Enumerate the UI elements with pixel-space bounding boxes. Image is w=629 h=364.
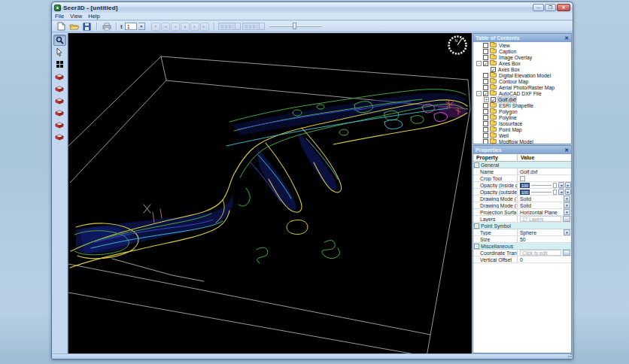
frame-number-input[interactable]: 1 <box>125 23 137 30</box>
viewport-3d[interactable]: N <box>68 33 473 356</box>
dropdown-button[interactable]: ▼ <box>564 209 570 215</box>
tree-checkbox[interactable] <box>483 85 488 90</box>
tree-checkbox[interactable] <box>483 79 488 84</box>
property-row-projection-surfa[interactable]: Projection SurfaHorizontal Plane▼ <box>473 209 571 216</box>
tree-checkbox[interactable] <box>483 49 488 54</box>
toc-item-polyline[interactable]: Polyline <box>473 114 571 120</box>
opacity-decrease-button[interactable]: ◄ <box>558 189 564 195</box>
toc-item-image-overlay[interactable]: Image Overlay <box>473 54 571 60</box>
toc-item-axes-box[interactable]: ✓Axes Box <box>473 66 571 72</box>
value-checkbox[interactable] <box>520 176 525 181</box>
property-value[interactable]: 100◄► <box>518 189 571 195</box>
property-value[interactable]: Solid▼ <box>518 202 571 208</box>
tree-checkbox[interactable] <box>483 109 488 114</box>
ellipsis-button[interactable]: … <box>563 250 570 256</box>
opacity-value[interactable]: 100 <box>520 190 530 195</box>
toc-item-golf-dxf[interactable]: +✓Golf.dxf <box>473 96 571 102</box>
tree-expander-icon[interactable]: - <box>476 91 482 96</box>
toc-item-esri-shapefile[interactable]: ESRI Shapefile <box>473 102 571 108</box>
toc-item-point-map[interactable]: Point Map <box>473 126 571 132</box>
ellipsis-button[interactable]: … <box>563 216 570 222</box>
tree-checkbox[interactable] <box>483 43 488 48</box>
property-value[interactable]: 50 <box>518 237 571 242</box>
tree-expander-icon[interactable]: - <box>476 61 482 66</box>
tree-checkbox[interactable]: ✓ <box>491 97 496 102</box>
toc-item-well[interactable]: Well <box>473 132 571 138</box>
property-value[interactable]: Horizontal Plane▼ <box>518 209 571 215</box>
view-top-button[interactable] <box>53 71 66 82</box>
property-row-drawing-mode-[interactable]: Drawing Mode (Solid▼ <box>473 202 571 209</box>
view-iso-button[interactable] <box>53 131 66 142</box>
property-row-size[interactable]: Size50 <box>473 236 571 243</box>
properties-panel-header[interactable]: Properties ✕ <box>473 146 571 154</box>
close-button[interactable]: ✕ <box>557 4 570 11</box>
tree-checkbox[interactable] <box>483 139 488 144</box>
toc-item-isosurface[interactable]: Isosurface <box>473 120 571 126</box>
toc-item-contour-map[interactable]: Contour Map <box>473 78 571 84</box>
tree-checkbox[interactable] <box>483 115 488 120</box>
toc-item-caption[interactable]: Caption <box>473 48 571 54</box>
property-row-type[interactable]: TypeSphere▼ <box>473 229 571 236</box>
property-value[interactable]: 100◄► <box>518 182 571 188</box>
menu-view[interactable]: View <box>70 13 82 20</box>
property-value[interactable]: Solid▼ <box>518 196 571 202</box>
property-group-point-symbol[interactable]: -Point Symbol <box>473 223 571 229</box>
tree-checkbox[interactable]: ✓ <box>483 61 488 66</box>
tree-checkbox[interactable] <box>483 133 488 138</box>
toc-item-digital-elevation-model[interactable]: Digital Elevation Model <box>473 72 571 78</box>
minimize-button[interactable]: — <box>533 4 544 11</box>
menu-file[interactable]: File <box>55 13 64 20</box>
opacity-slider-track[interactable] <box>531 192 552 193</box>
opacity-increase-button[interactable]: ► <box>565 189 571 195</box>
dropdown-button[interactable]: ▼ <box>564 202 570 208</box>
view-back-button[interactable] <box>53 95 66 106</box>
tree-checkbox[interactable]: ✓ <box>491 67 496 72</box>
title-bar[interactable]: Seer3D - [untitled] —❐✕ <box>52 2 573 13</box>
tree-checkbox[interactable] <box>483 55 488 60</box>
new-file-button[interactable] <box>56 22 67 32</box>
group-collapse-icon[interactable]: - <box>474 162 479 168</box>
opacity-slider-track[interactable] <box>531 185 552 186</box>
property-row-name[interactable]: NameGolf.dxf <box>473 168 571 175</box>
toc-item-aerial-photo-raster-map[interactable]: Aerial Photo/Raster Map <box>473 84 571 90</box>
property-group-miscellaneous[interactable]: -Miscellaneous <box>473 243 571 250</box>
tree-expander-icon[interactable]: + <box>484 97 489 102</box>
save-file-button[interactable] <box>81 22 93 32</box>
property-value[interactable] <box>518 176 571 181</box>
group-collapse-icon[interactable]: - <box>474 223 479 229</box>
toc-item-view[interactable]: View <box>473 42 571 48</box>
tree-checkbox[interactable] <box>483 121 488 126</box>
property-group-general[interactable]: -General <box>473 162 571 168</box>
open-file-button[interactable] <box>68 22 80 32</box>
tree-checkbox[interactable]: ✓ <box>483 91 488 96</box>
toc-item-autocad-dxf-file[interactable]: -✓AutoCAD DXF File <box>473 90 571 96</box>
resize-grip[interactable] <box>567 353 572 358</box>
property-value[interactable]: Click to edit… <box>518 250 571 256</box>
toc-panel-header[interactable]: Table of Contents ✕ <box>473 34 571 42</box>
print-button[interactable] <box>101 22 112 32</box>
property-row-opacity-outside[interactable]: Opacity (outside100◄► <box>473 189 571 196</box>
dropdown-button[interactable]: ▼ <box>564 196 570 202</box>
time-slider[interactable] <box>269 23 322 30</box>
toc-item-axes-box[interactable]: -✓Axes Box <box>473 60 571 66</box>
properties-close-icon[interactable]: ✕ <box>564 147 569 153</box>
property-value[interactable]: Golf.dxf <box>518 169 571 174</box>
maximize-button[interactable]: ❐ <box>545 4 556 11</box>
view-right-button[interactable] <box>53 119 66 130</box>
property-value[interactable]: 17 Layers… <box>518 216 571 222</box>
property-value[interactable]: Sphere▼ <box>518 229 571 235</box>
property-value[interactable]: 0 <box>518 257 571 262</box>
playback-last-button[interactable]: ►| <box>200 23 209 31</box>
playback-drop-button[interactable]: ▼ <box>151 23 160 31</box>
playback-stop-button[interactable]: ■ <box>181 23 190 31</box>
view-front-button[interactable] <box>53 83 66 94</box>
toc-close-icon[interactable]: ✕ <box>564 35 569 41</box>
menu-help[interactable]: Help <box>88 13 99 20</box>
opacity-increase-button[interactable]: ► <box>565 182 571 188</box>
dropdown-button[interactable]: ▼ <box>564 229 570 235</box>
grid-view-button[interactable] <box>53 59 66 70</box>
property-row-drawing-mode-[interactable]: Drawing Mode (Solid▼ <box>473 196 571 202</box>
opacity-value[interactable]: 100 <box>520 183 530 188</box>
frame-dropdown-button[interactable]: ▼ <box>138 23 145 30</box>
compass-widget[interactable]: N <box>449 37 466 54</box>
